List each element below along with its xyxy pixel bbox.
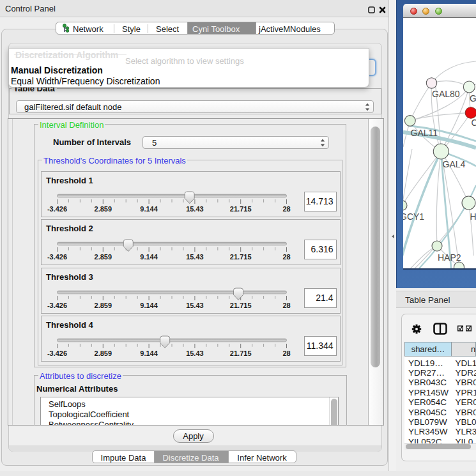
svg-text:HAP2: HAP2 [438,252,461,262]
svg-text:28: 28 [282,253,290,261]
svg-text:2.859: 2.859 [95,301,112,309]
svg-text:9.144: 9.144 [140,301,158,309]
svg-text:28: 28 [282,349,290,357]
svg-text:2.859: 2.859 [95,349,112,357]
svg-text:GAL80: GAL80 [432,89,460,99]
svg-text:21.715: 21.715 [230,349,252,357]
svg-text:21.715: 21.715 [230,301,252,309]
svg-text:15.43: 15.43 [186,349,204,357]
svg-text:-3.426: -3.426 [47,301,67,309]
svg-text:2.859: 2.859 [95,205,112,213]
svg-text:CYC: CYC [472,118,476,128]
svg-text:GAL4: GAL4 [443,158,466,169]
svg-text:GAL11: GAL11 [411,128,438,138]
svg-text:28: 28 [282,301,290,309]
svg-text:21.715: 21.715 [230,253,252,261]
svg-text:21.715: 21.715 [230,205,252,213]
svg-text:15.43: 15.43 [186,301,204,309]
svg-text:15.43: 15.43 [186,205,204,213]
svg-text:2.859: 2.859 [95,253,112,261]
svg-text:-3.426: -3.426 [47,205,67,213]
svg-text:GAL3: GAL3 [470,93,476,104]
svg-text:HIS: HIS [470,211,476,221]
svg-text:-3.426: -3.426 [47,253,67,261]
svg-text:15.43: 15.43 [186,253,204,261]
svg-text:9.144: 9.144 [140,205,158,213]
svg-text:GCY1: GCY1 [403,211,424,221]
svg-text:28: 28 [282,205,290,213]
svg-text:-3.426: -3.426 [47,349,67,357]
svg-text:9.144: 9.144 [140,349,158,357]
svg-text:9.144: 9.144 [140,253,158,261]
